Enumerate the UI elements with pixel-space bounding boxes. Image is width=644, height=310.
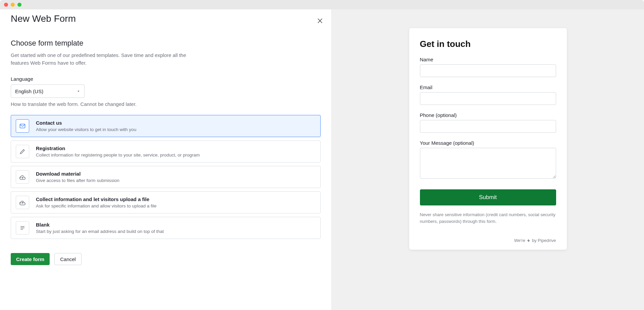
preview-message-textarea[interactable] [420,148,556,179]
pencil-icon [16,145,29,158]
language-label: Language [11,76,321,82]
preview-name-input[interactable] [420,64,556,77]
app-root: New Web Form Choose form template Get st… [0,9,644,310]
preview-phone-label: Phone (optional) [420,112,556,118]
preview-submit-button[interactable]: Submit [420,189,556,205]
preview-form-title: Get in touch [420,39,556,49]
preview-card: Get in touch Name Email Phone (optional)… [409,28,567,250]
preview-disclaimer: Never share sensitive information (credi… [420,211,556,225]
template-desc: Ask for specific information and allow v… [36,203,156,208]
template-card[interactable]: Download materialGive access to files af… [11,166,321,188]
window-zoom-dot[interactable] [17,3,21,7]
modal-title: New Web Form [11,13,321,24]
window-minimize-dot[interactable] [11,3,15,7]
section-description: Get started with one of our predefined t… [11,52,199,67]
template-title: Contact us [36,120,136,126]
section-title: Choose form template [11,39,321,48]
template-text: RegistrationCollect information for regi… [36,145,200,158]
lines-icon [16,221,29,235]
mac-titlebar [0,0,644,9]
template-title: Registration [36,145,200,151]
template-title: Blank [36,222,164,228]
language-help-text: How to translate the web form. Cannot be… [11,101,321,107]
mail-icon [16,119,29,133]
powered-prefix: We're [514,238,525,243]
upload-icon [16,196,29,209]
template-text: Download materialGive access to files af… [36,171,119,183]
preview-phone-input[interactable] [420,120,556,133]
template-card[interactable]: Collect information and let visitors upl… [11,191,321,213]
template-card[interactable]: RegistrationCollect information for regi… [11,140,321,163]
template-title: Collect information and let visitors upl… [36,196,156,202]
create-form-button[interactable]: Create form [11,253,50,265]
powered-by: We're by Pipedrive [420,238,556,243]
language-select-value: English (US) [15,88,43,94]
template-desc: Give access to files after form submissi… [36,178,119,183]
template-desc: Collect information for registering peop… [36,152,200,158]
modal-footer: Create form Cancel [11,253,321,265]
window-close-dot[interactable] [4,3,8,7]
preview-email-input[interactable] [420,92,556,105]
template-text: Contact usAllow your website visitors to… [36,120,136,132]
template-text: BlankStart by just asking for an email a… [36,222,164,234]
template-desc: Allow your website visitors to get in to… [36,127,136,132]
preview-name-label: Name [420,57,556,62]
template-card[interactable]: BlankStart by just asking for an email a… [11,217,321,239]
template-list: Contact usAllow your website visitors to… [11,115,321,239]
template-text: Collect information and let visitors upl… [36,196,156,208]
new-form-modal: New Web Form Choose form template Get st… [0,9,331,310]
template-desc: Start by just asking for an email addres… [36,229,164,234]
cancel-button[interactable]: Cancel [54,253,82,265]
language-select[interactable]: English (US) [11,84,85,98]
preview-message-label: Your Message (optional) [420,140,556,146]
bolt-icon [527,239,531,243]
preview-email-label: Email [420,84,556,90]
download-icon [16,170,29,184]
template-title: Download material [36,171,119,177]
preview-panel: Get in touch Name Email Phone (optional)… [331,9,644,310]
template-card[interactable]: Contact usAllow your website visitors to… [11,115,321,137]
powered-suffix: by Pipedrive [532,238,556,243]
close-icon[interactable] [317,17,323,24]
